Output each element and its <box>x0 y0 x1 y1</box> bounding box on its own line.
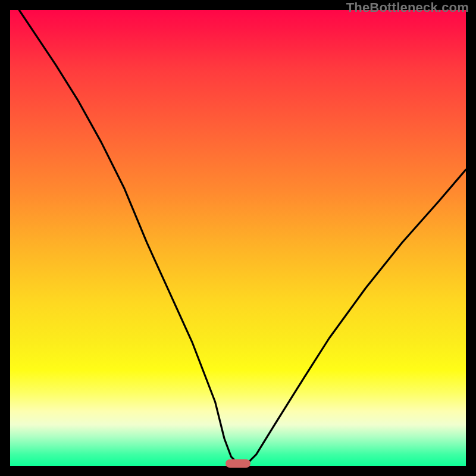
plot-area <box>10 10 466 466</box>
watermark-text: TheBottleneck.com <box>346 0 469 15</box>
bottleneck-curve <box>10 10 466 466</box>
chart-container: TheBottleneck.com <box>0 0 476 476</box>
optimal-marker <box>226 459 250 468</box>
